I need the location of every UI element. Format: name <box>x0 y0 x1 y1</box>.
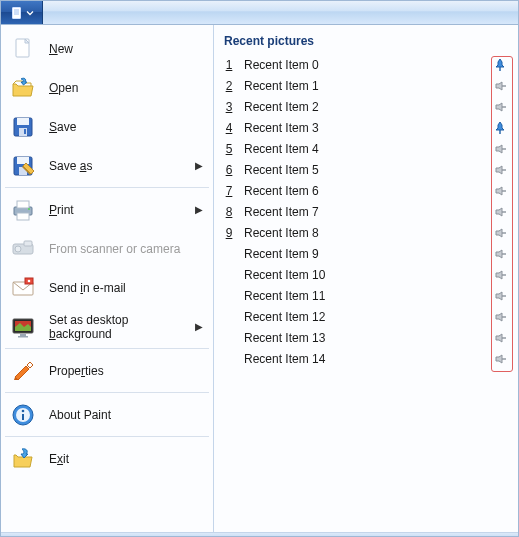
recent-item[interactable]: Recent Item 11 <box>214 285 518 306</box>
svg-rect-6 <box>17 118 29 125</box>
pin-icon[interactable] <box>492 162 508 178</box>
svg-rect-13 <box>17 201 29 208</box>
recent-item[interactable]: Recent Item 14 <box>214 348 518 369</box>
recent-item-label: Recent Item 3 <box>244 121 484 135</box>
pin-icon[interactable] <box>492 330 508 346</box>
recent-item-label: Recent Item 14 <box>244 352 484 366</box>
email-icon <box>9 274 37 302</box>
exit-icon <box>9 445 37 473</box>
recent-item[interactable]: 3Recent Item 2 <box>214 96 518 117</box>
menu-item-new[interactable]: New <box>1 29 213 68</box>
recent-item-label: Recent Item 0 <box>244 58 484 72</box>
recent-item[interactable]: 7Recent Item 6 <box>214 180 518 201</box>
recent-item-label: Recent Item 2 <box>244 100 484 114</box>
menu-item-label: Set as desktop background <box>49 313 183 341</box>
recent-item[interactable]: 1Recent Item 0 <box>214 54 518 75</box>
recent-item-number: 9 <box>222 226 236 240</box>
recent-item-label: Recent Item 6 <box>244 184 484 198</box>
right-recent-pane: Recent pictures 1Recent Item 02Recent It… <box>214 25 518 532</box>
recent-item-number: 3 <box>222 100 236 114</box>
scanner-icon <box>9 235 37 263</box>
menu-item-saveas[interactable]: Save as▶ <box>1 146 213 185</box>
left-menu-pane: NewOpenSaveSave as▶Print▶From scanner or… <box>1 25 214 532</box>
recent-item[interactable]: 8Recent Item 7 <box>214 201 518 222</box>
pin-icon[interactable] <box>492 267 508 283</box>
application-menu-button[interactable] <box>1 1 43 24</box>
pin-icon[interactable] <box>492 225 508 241</box>
pin-icon-pinned[interactable] <box>492 120 508 136</box>
svg-point-29 <box>22 409 25 412</box>
menu-item-email[interactable]: Send in e-mail <box>1 268 213 307</box>
recent-item-label: Recent Item 8 <box>244 226 484 240</box>
recent-item-number: 5 <box>222 142 236 156</box>
pin-icon[interactable] <box>492 183 508 199</box>
recent-item-label: Recent Item 13 <box>244 331 484 345</box>
pin-icon[interactable] <box>492 351 508 367</box>
menu-item-open[interactable]: Open <box>1 68 213 107</box>
menu-item-properties[interactable]: Properties <box>1 351 213 390</box>
recent-item-label: Recent Item 4 <box>244 142 484 156</box>
new-icon <box>9 35 37 63</box>
recent-item-number: 4 <box>222 121 236 135</box>
recent-item-label: Recent Item 5 <box>244 163 484 177</box>
recent-item[interactable]: 6Recent Item 5 <box>214 159 518 180</box>
svg-rect-18 <box>24 241 32 246</box>
pin-icon[interactable] <box>492 288 508 304</box>
properties-icon <box>9 357 37 385</box>
menu-item-label: Properties <box>49 364 203 378</box>
recent-item-number: 8 <box>222 205 236 219</box>
print-icon <box>9 196 37 224</box>
menu-body: NewOpenSaveSave as▶Print▶From scanner or… <box>1 25 518 532</box>
pin-icon[interactable] <box>492 141 508 157</box>
menu-item-label: New <box>49 42 203 56</box>
menu-item-label: Save <box>49 120 203 134</box>
svg-rect-25 <box>18 336 28 338</box>
recent-item[interactable]: Recent Item 10 <box>214 264 518 285</box>
recent-item-number: 6 <box>222 163 236 177</box>
recent-item-label: Recent Item 11 <box>244 289 484 303</box>
ribbon-titlebar <box>1 1 518 25</box>
svg-rect-24 <box>20 334 26 336</box>
pin-icon[interactable] <box>492 309 508 325</box>
pin-icon-pinned[interactable] <box>492 57 508 73</box>
menu-item-save[interactable]: Save <box>1 107 213 146</box>
pin-icon[interactable] <box>492 78 508 94</box>
menu-item-label: Save as <box>49 159 183 173</box>
recent-item[interactable]: Recent Item 12 <box>214 306 518 327</box>
save-icon <box>9 113 37 141</box>
recent-item[interactable]: 4Recent Item 3 <box>214 117 518 138</box>
pin-icon[interactable] <box>492 204 508 220</box>
recent-item[interactable]: 5Recent Item 4 <box>214 138 518 159</box>
menu-item-label: Print <box>49 203 183 217</box>
wallpaper-icon <box>9 313 37 341</box>
menu-item-label: Open <box>49 81 203 95</box>
svg-rect-0 <box>12 7 20 18</box>
pin-icon[interactable] <box>492 99 508 115</box>
recent-item[interactable]: 2Recent Item 1 <box>214 75 518 96</box>
document-icon <box>10 6 24 20</box>
menu-item-about[interactable]: About Paint <box>1 395 213 434</box>
menu-item-wallpaper[interactable]: Set as desktop background▶ <box>1 307 213 346</box>
recent-item-label: Recent Item 7 <box>244 205 484 219</box>
recent-item[interactable]: 9Recent Item 8 <box>214 222 518 243</box>
recent-item-label: Recent Item 12 <box>244 310 484 324</box>
submenu-arrow-icon: ▶ <box>195 160 203 171</box>
application-menu-window: NewOpenSaveSave as▶Print▶From scanner or… <box>0 0 519 537</box>
svg-point-21 <box>28 279 31 282</box>
menu-separator <box>5 392 209 393</box>
menu-item-print[interactable]: Print▶ <box>1 190 213 229</box>
svg-point-15 <box>28 208 30 210</box>
open-icon <box>9 74 37 102</box>
svg-rect-14 <box>17 213 29 220</box>
recent-item[interactable]: Recent Item 9 <box>214 243 518 264</box>
menu-separator <box>5 348 209 349</box>
recent-item[interactable]: Recent Item 13 <box>214 327 518 348</box>
recent-item-label: Recent Item 9 <box>244 247 484 261</box>
recent-item-label: Recent Item 1 <box>244 79 484 93</box>
svg-point-17 <box>15 246 21 252</box>
menu-item-exit[interactable]: Exit <box>1 439 213 478</box>
recent-list: 1Recent Item 02Recent Item 13Recent Item… <box>214 52 518 532</box>
menu-item-label: Send in e-mail <box>49 281 203 295</box>
submenu-arrow-icon: ▶ <box>195 204 203 215</box>
pin-icon[interactable] <box>492 246 508 262</box>
